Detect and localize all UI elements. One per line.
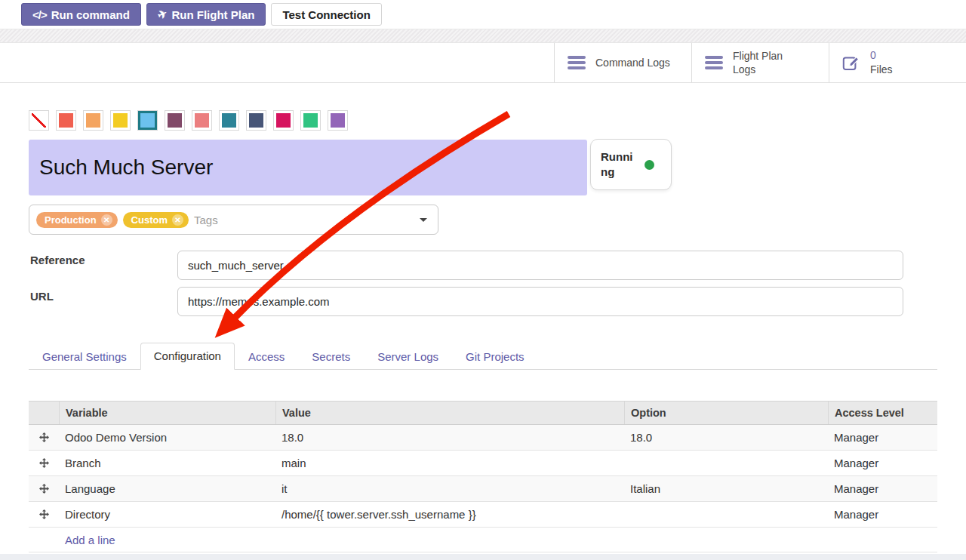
test-connection-button[interactable]: Test Connection [271,3,381,26]
drag-handle-icon[interactable] [39,484,49,494]
run-command-label: Run command [51,8,130,21]
cell-option[interactable] [624,451,828,475]
cell-variable[interactable]: Directory [59,502,275,527]
cell-option[interactable]: Italian [624,476,828,501]
cell-access-level[interactable]: Manager [828,502,937,527]
color-picker [29,110,348,131]
tag-production-label: Production [45,214,97,226]
reference-value: such_much_server [188,259,284,272]
server-name-value: Such Much Server [39,155,213,180]
stat-button-band: Command Logs Flight Plan Logs 0 Files [0,43,966,83]
add-a-line-link[interactable]: Add a line [65,534,115,546]
run-command-button[interactable]: </>Run command [21,3,141,26]
drag-handle-icon[interactable] [39,432,49,442]
configuration-variables-table: Variable Value Option Access Level Odoo … [29,401,937,552]
list-icon [568,56,586,69]
table-row[interactable]: Language it Italian Manager [29,476,937,502]
access-level-column-header[interactable]: Access Level [828,402,937,424]
chevron-down-icon[interactable] [420,218,427,222]
value-column-header[interactable]: Value [275,402,624,424]
cell-access-level[interactable]: Manager [828,425,937,450]
run-flight-plan-label: Run Flight Plan [171,8,254,21]
action-toolbar: </>Run command ✈Run Flight Plan Test Con… [0,0,966,29]
color-swatch-dark-blue[interactable] [246,110,266,131]
cell-variable[interactable]: Language [59,476,275,501]
code-icon: </> [32,8,47,21]
tab-configuration[interactable]: Configuration [140,343,235,370]
flight-plan-logs-label: Flight Plan Logs [733,49,808,76]
run-flight-plan-button[interactable]: ✈Run Flight Plan [146,3,266,26]
url-value: https://memes.example.com [188,295,330,308]
color-swatch-medium-blue[interactable] [219,110,239,131]
hatched-divider-strip [0,29,966,43]
status-green-dot-icon [645,160,654,170]
color-swatch-green[interactable] [300,110,321,131]
command-logs-label: Command Logs [595,56,670,69]
color-swatch-salmon-pink[interactable] [192,110,212,131]
drag-handle-icon[interactable] [39,509,49,519]
drag-handle-icon[interactable] [39,458,49,468]
edit-file-icon [842,54,860,72]
color-swatch-fuchsia[interactable] [273,110,294,131]
tab-access[interactable]: Access [235,344,298,369]
cell-value[interactable]: 18.0 [275,425,624,450]
table-row[interactable]: Branch main Manager [29,451,937,476]
server-name-input[interactable]: Such Much Server [29,140,587,195]
tab-git-projects[interactable]: Git Projects [452,344,538,369]
test-connection-label: Test Connection [282,8,370,21]
server-form-sheet: Such Much Server Running Production ✕ Cu… [0,83,966,560]
status-label: Running [601,149,637,180]
cell-variable[interactable]: Odoo Demo Version [59,425,275,450]
cell-variable[interactable]: Branch [59,451,275,475]
color-swatch-light-blue-selected[interactable] [137,110,158,131]
variable-column-header[interactable]: Variable [59,402,275,424]
cell-option[interactable] [624,502,828,527]
reference-input[interactable]: such_much_server [177,251,903,280]
tab-general-settings[interactable]: General Settings [29,344,140,369]
flight-plan-logs-stat-button[interactable]: Flight Plan Logs [691,43,829,82]
table-row[interactable]: Odoo Demo Version 18.0 18.0 Manager [29,425,937,451]
tab-server-logs[interactable]: Server Logs [364,344,452,369]
command-logs-stat-button[interactable]: Command Logs [554,43,691,82]
remove-tag-icon[interactable]: ✕ [101,214,112,226]
add-a-line-row: Add a line [29,528,937,552]
page-background-strip [0,554,966,560]
tag-custom[interactable]: Custom ✕ [123,212,189,228]
reference-field-label: Reference [30,254,85,266]
files-label: Files [870,63,893,76]
table-header-row: Variable Value Option Access Level [29,401,937,425]
handle-column-header [29,402,59,424]
notebook-tabs: General Settings Configuration Access Se… [29,343,937,370]
color-swatch-no-color[interactable] [29,110,49,131]
color-swatch-red[interactable] [56,110,76,131]
status-badge[interactable]: Running [590,139,672,190]
cell-option[interactable]: 18.0 [624,425,828,450]
tags-placeholder: Tags [194,214,414,226]
files-stat-button[interactable]: 0 Files [829,43,966,82]
option-column-header[interactable]: Option [624,402,828,424]
cell-value[interactable]: main [275,451,624,475]
tags-input[interactable]: Production ✕ Custom ✕ Tags [29,205,438,235]
color-swatch-yellow[interactable] [110,110,131,131]
files-count: 0 [870,49,893,63]
url-field-label: URL [30,290,54,303]
tag-production[interactable]: Production ✕ [36,212,118,228]
cell-value[interactable]: it [275,476,624,501]
url-input[interactable]: https://memes.example.com [177,287,903,316]
color-swatch-orange[interactable] [83,110,103,131]
cell-value[interactable]: /home/{{ tower.server.ssh_username }} [275,502,624,527]
cell-access-level[interactable]: Manager [828,476,937,501]
cell-access-level[interactable]: Manager [828,451,937,475]
color-swatch-purple[interactable] [328,110,348,131]
tag-custom-label: Custom [131,214,168,226]
remove-tag-icon[interactable]: ✕ [172,214,183,226]
list-icon [705,56,723,69]
color-swatch-dark-purple[interactable] [165,110,185,131]
table-row[interactable]: Directory /home/{{ tower.server.ssh_user… [29,502,937,528]
plane-icon: ✈ [155,6,170,23]
tab-secrets[interactable]: Secrets [298,344,364,369]
